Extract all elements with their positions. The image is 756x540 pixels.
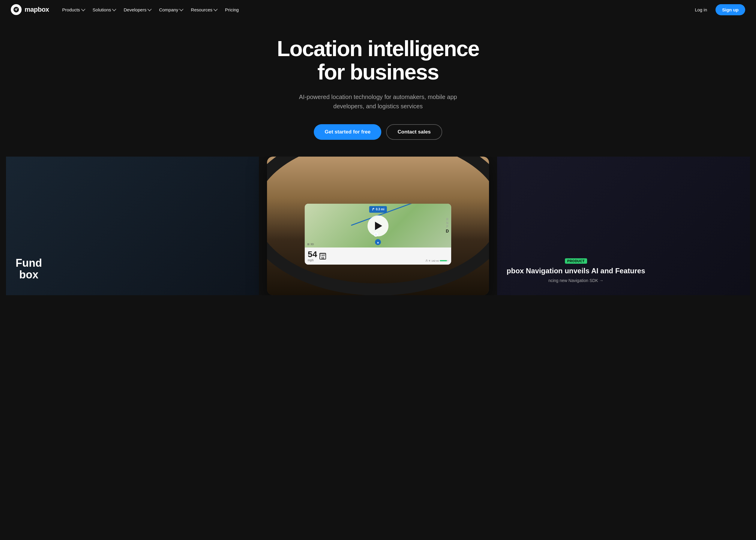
nav-item-developers[interactable]: Developers	[120, 5, 154, 15]
speed-display-bar: 54 mph SPEEDLIMIT 55 :/\ ≡ 142 mi	[305, 247, 451, 265]
layers-icon: ⊞	[307, 243, 310, 246]
main-nav: mapbox Products Solutions Developers	[0, 0, 756, 19]
side-left-content: Fund box	[16, 257, 42, 283]
mileage-bar	[440, 260, 449, 261]
svg-point-1	[16, 10, 17, 11]
nav-link-developers[interactable]: Developers	[120, 5, 154, 15]
map-3d-icon: 3D	[311, 243, 314, 246]
side-card-right: PRODUCT pbox Navigation unveils AI and F…	[497, 157, 750, 296]
contact-sales-button[interactable]: Contact sales	[386, 124, 442, 140]
nav-item-products[interactable]: Products	[59, 5, 87, 15]
nav-arrow: ▲	[375, 239, 381, 245]
nav-item-resources[interactable]: Resources	[187, 5, 220, 15]
speed-limit-sign: SPEEDLIMIT 55	[319, 253, 326, 259]
side-right-link[interactable]: ncing new Navigation SDK →	[549, 278, 604, 283]
nav-link-company[interactable]: Company	[155, 5, 186, 15]
speed-limit-value: 55	[321, 256, 324, 259]
turn-arrow-icon: ↱	[372, 207, 375, 211]
nav-link-solutions[interactable]: Solutions	[89, 5, 119, 15]
product-badge: PRODUCT	[565, 258, 587, 264]
turn-indicator: ↱ 0.3 mi	[369, 206, 387, 213]
speed-unit: mph	[308, 259, 314, 262]
hero-subheadline: AI-powered location technology for autom…	[288, 92, 468, 111]
mileage-bar-fill	[440, 260, 447, 261]
nav-links: Products Solutions Developers Company	[59, 5, 242, 15]
gear-N: N	[446, 221, 448, 225]
chevron-down-icon	[81, 7, 85, 11]
speed-value: 54	[308, 250, 317, 259]
nav-item-solutions[interactable]: Solutions	[89, 5, 119, 15]
nav-link-products[interactable]: Products	[59, 5, 87, 15]
signup-button[interactable]: Sign up	[715, 4, 745, 15]
map-icon-layers: ⊞ 3D	[307, 243, 314, 246]
video-section: Fund box PRODUCT pbox Navigation unveils…	[6, 157, 750, 296]
mapbox-logo-svg	[13, 6, 20, 13]
side-left-title: Fund box	[16, 257, 42, 281]
brand-name: mapbox	[25, 6, 49, 14]
distance-value: 142 mi	[432, 259, 439, 262]
speedometer: 54 mph	[308, 250, 317, 262]
play-icon	[375, 222, 382, 230]
nav-link-pricing[interactable]: Pricing	[221, 5, 242, 15]
turn-distance: 0.3 mi	[376, 207, 384, 211]
get-started-button[interactable]: Get started for free	[314, 124, 381, 140]
separator-icon: :/\	[425, 259, 428, 262]
side-right-title: pbox Navigation unveils AI and Features	[507, 267, 645, 275]
nav-link-resources[interactable]: Resources	[187, 5, 220, 15]
speed-limit-label: SPEEDLIMIT	[320, 253, 326, 256]
side-card-left: Fund box	[6, 157, 259, 296]
nav-left: mapbox Products Solutions Developers	[11, 4, 242, 15]
hero-section: Location intelligence for business AI-po…	[0, 19, 756, 295]
logo-icon	[11, 4, 22, 15]
up-arrow-icon: ▲	[376, 241, 380, 244]
gear-D-active: D	[446, 228, 449, 233]
video-card: ↱ 0.3 mi R N P D	[267, 157, 489, 296]
logo-link[interactable]: mapbox	[11, 4, 49, 15]
side-right-content: PRODUCT pbox Navigation unveils AI and F…	[507, 258, 645, 283]
play-button[interactable]	[367, 215, 389, 236]
nav-item-pricing[interactable]: Pricing	[221, 5, 242, 15]
nav-right: Log in Sign up	[690, 4, 745, 15]
chevron-down-icon	[147, 7, 152, 11]
login-button[interactable]: Log in	[690, 5, 712, 15]
gear-indicator: R N P D	[446, 218, 449, 233]
lines-icon: ≡	[429, 259, 430, 262]
chevron-down-icon	[112, 7, 116, 11]
gear-P: P	[446, 225, 448, 228]
chevron-down-icon	[180, 7, 184, 11]
distance-info: :/\ ≡ 142 mi	[425, 259, 449, 262]
nav-item-company[interactable]: Company	[155, 5, 186, 15]
gear-R: R	[446, 218, 448, 221]
side-bg-left	[6, 157, 259, 296]
hero-buttons: Get started for free Contact sales	[314, 124, 442, 140]
video-inner: ↱ 0.3 mi R N P D	[267, 157, 489, 296]
chevron-down-icon	[213, 7, 217, 11]
hero-headline: Location intelligence for business	[277, 37, 479, 84]
